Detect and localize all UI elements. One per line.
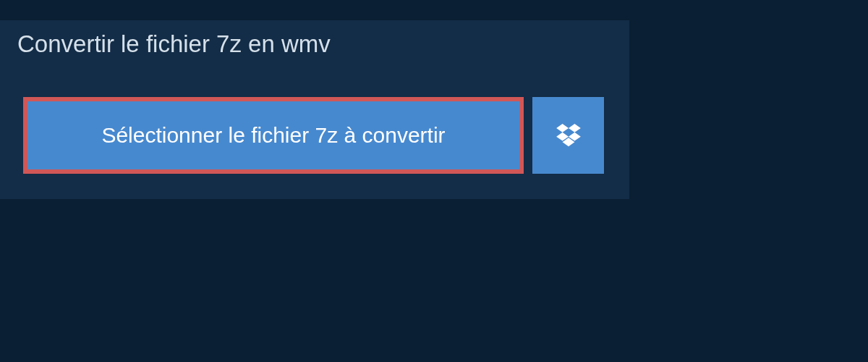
dropbox-button[interactable] [532,97,604,174]
page-title: Convertir le fichier 7z en wmv [17,30,331,57]
upload-button-row: Sélectionner le fichier 7z à convertir [23,97,604,174]
select-file-button-label: Sélectionner le fichier 7z à convertir [101,123,445,148]
title-bar: Convertir le fichier 7z en wmv [0,20,348,68]
select-file-button[interactable]: Sélectionner le fichier 7z à convertir [23,97,524,174]
dropbox-icon [556,124,581,147]
converter-panel: Convertir le fichier 7z en wmv Sélection… [0,20,629,199]
